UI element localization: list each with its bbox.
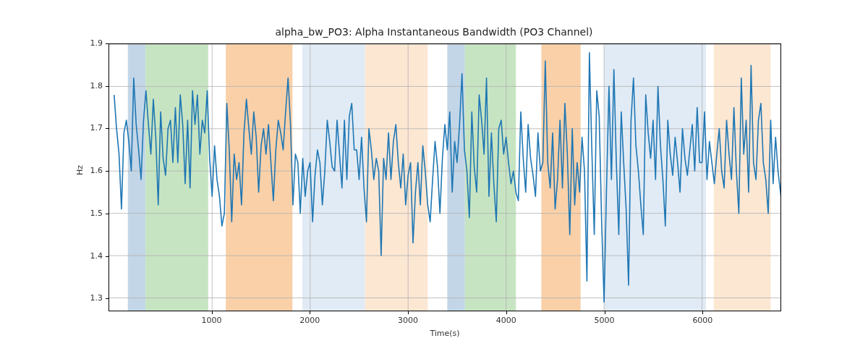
svg-rect-8 (541, 44, 580, 311)
chart-title: alpha_bw_PO3: Alpha Instantaneous Bandwi… (0, 26, 868, 38)
y-axis-label: Hz (75, 156, 85, 185)
y-tick-mark (106, 128, 109, 129)
y-tick-mark (106, 43, 109, 44)
y-tick-mark (106, 86, 109, 87)
y-tick-label: 1.7 (74, 123, 103, 132)
y-tick-mark (106, 256, 109, 257)
x-tick-label: 6000 (688, 316, 717, 325)
svg-rect-4 (310, 44, 365, 311)
x-tick-mark (702, 311, 703, 314)
x-tick-label: 5000 (590, 316, 619, 325)
svg-rect-1 (145, 44, 208, 311)
x-tick-mark (605, 311, 605, 314)
x-tick-label: 3000 (393, 316, 422, 325)
x-tick-label: 1000 (197, 316, 226, 325)
figure: alpha_bw_PO3: Alpha Instantaneous Bandwi… (0, 0, 868, 362)
plot-svg (109, 44, 780, 311)
x-tick-label: 2000 (295, 316, 324, 325)
svg-rect-0 (128, 44, 145, 311)
y-tick-mark (106, 171, 109, 172)
y-tick-label: 1.8 (74, 81, 103, 90)
x-tick-label: 4000 (492, 316, 521, 325)
y-tick-label: 1.9 (74, 38, 103, 48)
x-tick-mark (506, 311, 507, 314)
x-tick-mark (310, 311, 310, 314)
y-tick-label: 1.4 (74, 251, 103, 261)
y-tick-label: 1.5 (74, 209, 103, 218)
x-tick-mark (408, 311, 409, 314)
svg-rect-7 (465, 44, 516, 311)
y-tick-mark (106, 214, 109, 214)
y-tick-label: 1.3 (74, 293, 103, 303)
x-tick-mark (212, 311, 213, 314)
y-tick-mark (106, 298, 109, 299)
plot-area (109, 43, 781, 311)
x-axis-label: Time(s) (109, 329, 781, 338)
